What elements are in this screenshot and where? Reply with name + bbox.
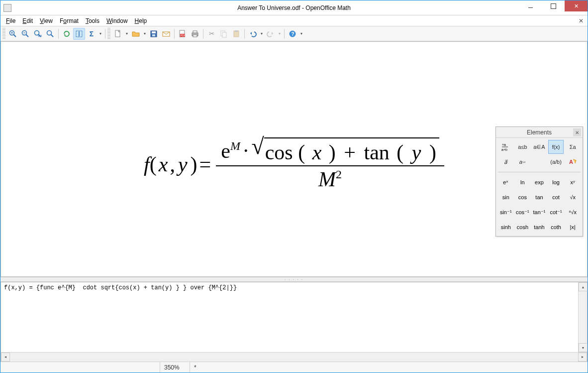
vertical-scrollbar[interactable]: ▴ ▾	[578, 282, 587, 352]
zoom-in-button[interactable]	[7, 28, 19, 40]
open-button[interactable]	[130, 28, 142, 40]
func-sinh[interactable]: sinh	[498, 220, 514, 234]
statusbar: 350% *	[0, 362, 588, 373]
menu-file[interactable]: File	[2, 16, 19, 25]
func-arctan[interactable]: tan⁻¹	[531, 205, 547, 219]
toolbar-overflow-2[interactable]: ▾	[299, 28, 304, 40]
cat-attributes[interactable]: a⃗	[498, 155, 514, 169]
func-sin[interactable]: sin	[498, 190, 514, 204]
scroll-track[interactable]	[579, 291, 587, 343]
zoom-page-button[interactable]	[44, 28, 56, 40]
open-dropdown[interactable]: ▾	[142, 28, 147, 40]
elements-close-button[interactable]: ✕	[573, 128, 581, 136]
cat-set-operations[interactable]: a∈A	[531, 140, 547, 154]
app-icon	[3, 4, 11, 12]
minimize-button[interactable]	[519, 0, 542, 11]
toolbar-grip[interactable]	[2, 28, 5, 40]
svg-line-1	[14, 34, 16, 37]
menu-window[interactable]: Window	[103, 16, 131, 25]
copy-button[interactable]	[218, 28, 230, 40]
cat-functions[interactable]: f(x)	[548, 140, 564, 154]
svg-text:100: 100	[38, 34, 42, 37]
export-pdf-button[interactable]: PDF	[177, 28, 189, 40]
func-tan[interactable]: tan	[531, 190, 547, 204]
status-modified: *	[190, 362, 204, 373]
status-zoom[interactable]: 350%	[160, 362, 190, 373]
toolbar-separator	[174, 29, 175, 39]
titlebar: Answer To Universe.odf - OpenOffice Math	[0, 0, 588, 15]
content-area: f ( x , y ) = eM · √ cos (	[0, 41, 588, 277]
copy-icon	[220, 30, 228, 38]
print-icon	[191, 30, 199, 38]
save-button[interactable]	[148, 28, 160, 40]
menu-format[interactable]: Format	[56, 16, 82, 25]
print-button[interactable]	[189, 28, 201, 40]
func-sqrt[interactable]: √x	[565, 190, 581, 204]
cut-button[interactable]: ✂	[205, 28, 217, 40]
zoom-100-button[interactable]: 100	[32, 28, 44, 40]
redo-button[interactable]	[265, 28, 277, 40]
horizontal-scrollbar[interactable]: ◂ ▸	[1, 352, 587, 361]
func-cot[interactable]: cot	[548, 190, 564, 204]
cat-relations[interactable]: a≤b	[515, 140, 531, 154]
func-arccos[interactable]: cos⁻¹	[515, 205, 531, 219]
func-cosh[interactable]: cosh	[515, 220, 531, 234]
paste-button[interactable]	[230, 28, 242, 40]
cat-formats[interactable]: (a/b)	[548, 155, 564, 169]
menu-edit[interactable]: Edit	[19, 16, 36, 25]
menu-help[interactable]: Help	[131, 16, 151, 25]
email-button[interactable]	[160, 28, 172, 40]
svg-text:+a: +a	[502, 143, 506, 146]
symbols-button[interactable]: Σ	[86, 28, 98, 40]
func-arccot[interactable]: cot⁻¹	[548, 205, 564, 219]
formula-cursor-button[interactable]	[73, 28, 85, 40]
help-button[interactable]: ?	[287, 28, 298, 40]
elements-panel[interactable]: Elements ✕ +aa+b a≤b a∈A f(x) Σa a⃗ a▭ (…	[495, 126, 583, 237]
toolbar-grip[interactable]	[107, 28, 110, 40]
scroll-down-button[interactable]: ▾	[579, 343, 588, 352]
elements-title[interactable]: Elements ✕	[496, 127, 583, 138]
formula-view[interactable]: f ( x , y ) = eM · √ cos (	[1, 42, 587, 276]
func-tanh[interactable]: tanh	[531, 220, 547, 234]
toolbar-overflow[interactable]: ▾	[98, 28, 103, 40]
func-nroot[interactable]: ⁿ√x	[565, 205, 581, 219]
status-cell-1	[0, 362, 160, 373]
func-abs[interactable]: |x|	[565, 220, 581, 234]
new-dropdown[interactable]: ▾	[124, 28, 129, 40]
cat-brackets[interactable]: a▭	[515, 155, 531, 169]
func-exp-e[interactable]: eˣ	[498, 175, 514, 189]
redo-dropdown[interactable]: ▾	[277, 28, 282, 40]
document-close-button[interactable]: ✕	[577, 16, 586, 25]
maximize-button[interactable]	[542, 0, 565, 11]
command-input[interactable]	[1, 282, 578, 352]
cursor-icon	[75, 30, 83, 38]
close-button[interactable]	[565, 0, 588, 11]
func-log[interactable]: log	[548, 175, 564, 189]
func-exp[interactable]: exp	[531, 175, 547, 189]
window-controls	[519, 0, 588, 15]
scroll-up-button[interactable]: ▴	[579, 282, 588, 291]
new-button[interactable]	[112, 28, 124, 40]
undo-dropdown[interactable]: ▾	[259, 28, 264, 40]
menu-tools[interactable]: Tools	[82, 16, 103, 25]
menu-view[interactable]: View	[36, 16, 56, 25]
cat-operators[interactable]: Σa	[565, 140, 581, 154]
toolbar-separator	[203, 29, 203, 39]
scroll-right-button[interactable]: ▸	[578, 353, 587, 362]
func-ln[interactable]: ln	[515, 175, 531, 189]
cat-others[interactable]: A	[565, 155, 581, 169]
scroll-left-button[interactable]: ◂	[1, 353, 10, 362]
splitter[interactable]: · · · · ·	[0, 277, 588, 282]
func-cos[interactable]: cos	[515, 190, 531, 204]
undo-button[interactable]	[247, 28, 259, 40]
cat-unary-binary[interactable]: +aa+b	[498, 140, 514, 154]
svg-point-10	[47, 30, 52, 35]
refresh-button[interactable]	[61, 28, 73, 40]
scroll-track[interactable]	[10, 353, 578, 362]
toolbar-separator	[284, 29, 285, 39]
zoom-out-button[interactable]	[19, 28, 31, 40]
func-arcsin[interactable]: sin⁻¹	[498, 205, 514, 219]
svg-rect-24	[193, 35, 197, 37]
func-coth[interactable]: coth	[548, 220, 564, 234]
func-power[interactable]: xʸ	[565, 175, 581, 189]
